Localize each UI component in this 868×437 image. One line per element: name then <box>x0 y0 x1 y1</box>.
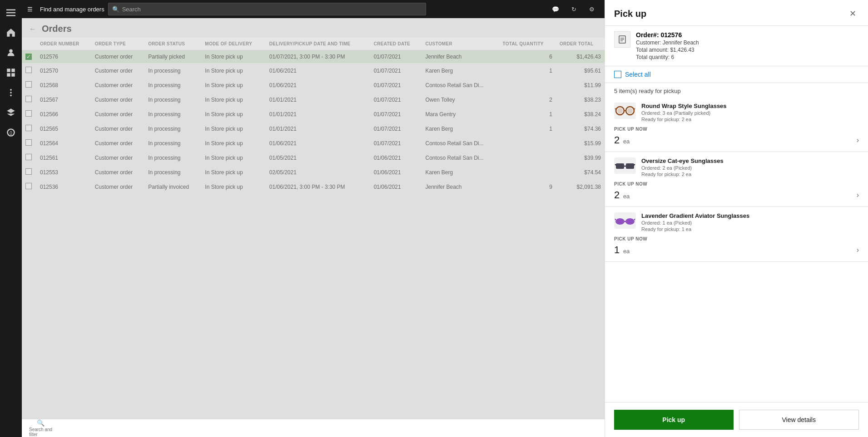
orders-table-container[interactable]: ORDER NUMBER ORDER TYPE ORDER STATUS MOD… <box>22 38 605 419</box>
order-quantity: Total quantity: 6 <box>636 54 859 60</box>
row-checkbox[interactable] <box>25 81 32 88</box>
table-row[interactable]: ✓012576Customer orderPartially pickedIn … <box>22 50 605 64</box>
row-checkbox[interactable] <box>25 125 32 131</box>
pickup-unit: ea <box>623 138 630 145</box>
row-checkbox[interactable]: ✓ <box>25 54 32 60</box>
cell-order-status: In processing <box>144 107 201 122</box>
item-ordered: Ordered: 1 ea (Picked) <box>641 220 859 226</box>
item-pickup-section: PICK UP NOW 1 ea › <box>614 236 859 256</box>
cell-created-date: 01/07/2021 <box>370 136 422 151</box>
cell-delivery-date: 01/01/2021 <box>266 93 370 107</box>
cell-customer: Karen Berg <box>422 165 499 180</box>
table-header: ORDER NUMBER ORDER TYPE ORDER STATUS MOD… <box>22 38 605 50</box>
circle-icon[interactable]: 0 <box>2 123 20 142</box>
table-row[interactable]: 012567Customer orderIn processingIn Stor… <box>22 93 605 107</box>
order-amount: Total amount: $1,426.43 <box>636 47 859 53</box>
orders-table: ORDER NUMBER ORDER TYPE ORDER STATUS MOD… <box>22 38 605 194</box>
pickup-unit: ea <box>623 193 630 200</box>
table-row[interactable]: 012568Customer orderIn processingIn Stor… <box>22 78 605 93</box>
item-card: Oversize Cat-eye Sunglasses Ordered: 2 e… <box>605 152 868 207</box>
table-row[interactable]: 012570Customer orderIn processingIn Stor… <box>22 64 605 78</box>
view-details-button[interactable]: View details <box>739 410 859 430</box>
back-button[interactable]: ← <box>29 25 36 33</box>
cell-order-status: In processing <box>144 136 201 151</box>
refresh-icon[interactable]: ↻ <box>566 2 581 16</box>
item-info: Oversize Cat-eye Sunglasses Ordered: 2 e… <box>641 157 859 177</box>
table-row[interactable]: 012566Customer orderIn processingIn Stor… <box>22 107 605 122</box>
chat-icon[interactable]: 💬 <box>548 2 563 16</box>
svg-line-22 <box>634 108 635 109</box>
svg-rect-7 <box>11 73 15 77</box>
row-checkbox[interactable] <box>25 168 32 175</box>
item-card: Lavender Gradient Aviator Sunglasses Ord… <box>605 207 868 262</box>
cell-customer: Mara Gentry <box>422 107 499 122</box>
cell-order-total: $95.61 <box>556 64 605 78</box>
settings-icon[interactable]: ⚙ <box>585 2 599 16</box>
pickup-qty-display: 2 ea <box>614 134 630 146</box>
row-checkbox[interactable] <box>25 183 32 189</box>
svg-point-23 <box>617 108 623 113</box>
cell-total-qty <box>499 165 556 180</box>
cell-order-number: 012565 <box>36 122 91 136</box>
cell-customer: Jennifer Beach <box>422 50 499 64</box>
row-checkbox[interactable] <box>25 110 32 117</box>
items-ready-label: 5 item(s) ready for pickup <box>605 83 868 97</box>
item-image <box>614 157 636 174</box>
close-button[interactable]: ✕ <box>846 7 859 20</box>
table-row[interactable]: 012561Customer orderIn processingIn Stor… <box>22 151 605 165</box>
cell-order-status: In processing <box>144 64 201 78</box>
cell-order-total: $38.23 <box>556 93 605 107</box>
row-checkbox[interactable] <box>25 154 32 160</box>
table-row[interactable]: 012553Customer orderIn processingIn Stor… <box>22 165 605 180</box>
home-icon[interactable] <box>2 24 20 42</box>
cell-order-type: Customer order <box>91 165 144 180</box>
col-created-date: CREATED DATE <box>370 38 422 50</box>
table-row[interactable]: 012564Customer orderIn processingIn Stor… <box>22 136 605 151</box>
chevron-right-icon[interactable]: › <box>857 191 859 199</box>
pickup-unit: ea <box>623 248 630 255</box>
glasses-icon <box>614 212 636 229</box>
item-info: Round Wrap Style Sunglasses Ordered: 3 e… <box>641 103 859 122</box>
col-customer: CUSTOMER <box>422 38 499 50</box>
svg-rect-5 <box>11 69 15 72</box>
menu-dots-icon[interactable] <box>2 83 20 102</box>
users-icon[interactable] <box>2 44 20 62</box>
cell-mode-delivery: In Store pick up <box>201 64 266 78</box>
cell-order-total: $15.99 <box>556 136 605 151</box>
grid-icon[interactable] <box>2 64 20 82</box>
row-checkbox[interactable] <box>25 139 32 146</box>
svg-rect-4 <box>7 69 10 72</box>
hamburger-icon[interactable]: ☰ <box>27 6 33 13</box>
cell-order-type: Customer order <box>91 122 144 136</box>
cell-mode-delivery: In Store pick up <box>201 180 266 194</box>
select-all-label: Select all <box>625 71 651 78</box>
cell-delivery-date: 01/06/2021, 3:00 PM - 3:30 PM <box>266 180 370 194</box>
pickup-button[interactable]: Pick up <box>614 410 734 430</box>
cell-delivery-date: 01/01/2021 <box>266 107 370 122</box>
cell-created-date: 01/07/2021 <box>370 107 422 122</box>
row-checkbox[interactable] <box>25 96 32 102</box>
pickup-qty-row: 2 ea › <box>614 134 859 146</box>
table-row[interactable]: 012536Customer orderPartially invoicedIn… <box>22 180 605 194</box>
cell-delivery-date: 01/07/2021, 3:00 PM - 3:30 PM <box>266 50 370 64</box>
search-bar[interactable]: 🔍 Search <box>108 3 426 15</box>
menu-icon[interactable] <box>2 4 20 22</box>
layers-icon[interactable] <box>2 103 20 122</box>
cell-order-status: Partially picked <box>144 50 201 64</box>
search-icon: 🔍 <box>112 6 119 13</box>
cell-customer: Owen Tolley <box>422 93 499 107</box>
header-checkbox[interactable] <box>22 38 36 50</box>
cell-total-qty: 2 <box>499 93 556 107</box>
col-order-number: ORDER NUMBER <box>36 38 91 50</box>
chevron-right-icon[interactable]: › <box>857 136 859 144</box>
cell-customer: Contoso Retail San Di... <box>422 136 499 151</box>
cell-customer: Contoso Retail San Di... <box>422 78 499 93</box>
search-filter-button[interactable]: 🔍 Search and filter <box>29 419 52 437</box>
table-row[interactable]: 012565Customer orderIn processingIn Stor… <box>22 122 605 136</box>
chevron-right-icon[interactable]: › <box>857 246 859 254</box>
select-all-row[interactable]: Select all <box>605 66 868 83</box>
page-content: ← Orders ORDER NUMBER ORDER TYPE ORDER S… <box>22 18 605 437</box>
cell-order-number: 012536 <box>36 180 91 194</box>
order-customer: Customer: Jennifer Beach <box>636 39 859 46</box>
row-checkbox[interactable] <box>25 67 32 73</box>
